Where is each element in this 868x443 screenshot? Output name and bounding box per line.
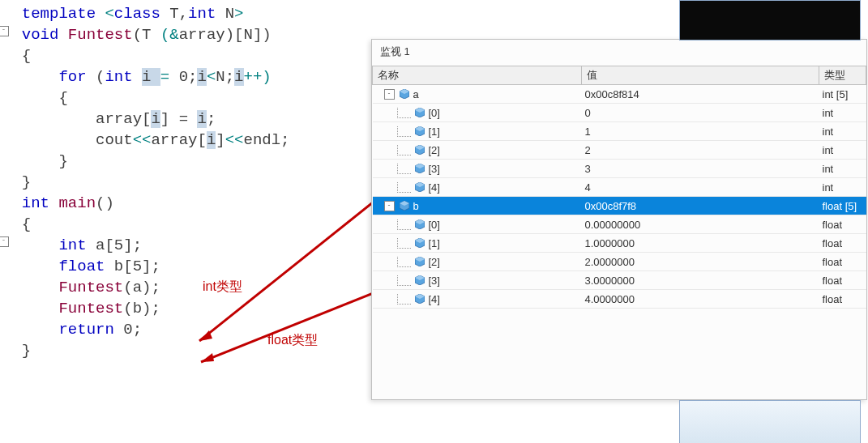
annotation-int: int类型	[203, 279, 242, 296]
watch-row[interactable]: [2]2.0000000float	[373, 253, 866, 271]
var-value[interactable]: 4	[582, 178, 819, 197]
var-type: float	[819, 253, 866, 271]
var-value[interactable]: 0x00c8f814	[582, 85, 819, 104]
code-line[interactable]: template <class T,int N>	[3, 3, 376, 24]
code-line[interactable]: {	[3, 214, 376, 235]
annotation-float: float类型	[267, 332, 318, 349]
var-value[interactable]: 3.0000000	[582, 271, 819, 290]
fold-toggle[interactable]: -	[0, 26, 9, 36]
var-value[interactable]: 1.0000000	[582, 234, 819, 253]
var-type: float	[819, 234, 866, 253]
var-value[interactable]: 0	[582, 104, 819, 122]
var-name: [0]	[429, 107, 440, 119]
code-line[interactable]: for (int i = 0;i<N;i++)	[3, 66, 376, 87]
watch-grid[interactable]: 名称 值 类型 -a0x00c8f814int [5][0]0int[1]1in…	[372, 66, 866, 309]
watch-row[interactable]: [2]2int	[373, 141, 866, 160]
var-value[interactable]: 3	[582, 160, 819, 178]
watch-row[interactable]: [1]1.0000000float	[373, 234, 866, 253]
tree-toggle[interactable]: -	[384, 89, 395, 100]
code-line[interactable]: }	[3, 172, 376, 193]
code-line[interactable]: Funtest(a);	[3, 277, 376, 298]
code-line[interactable]: return 0;	[3, 319, 376, 340]
watch-row[interactable]: [1]1int	[373, 122, 866, 141]
var-value[interactable]: 4.0000000	[582, 290, 819, 309]
col-header-name[interactable]: 名称	[373, 66, 582, 85]
var-type: float	[819, 215, 866, 234]
code-line[interactable]: float b[5];	[3, 256, 376, 277]
var-type: float	[819, 290, 866, 309]
code-line[interactable]: {	[3, 45, 376, 66]
var-name: b	[413, 200, 419, 212]
code-line[interactable]: void Funtest(T (&array)[N])	[3, 24, 376, 45]
var-name: [3]	[429, 275, 440, 287]
var-value[interactable]: 2.0000000	[582, 253, 819, 271]
variable-icon	[400, 89, 409, 99]
var-name: [2]	[429, 256, 440, 268]
code-line[interactable]: Funtest(b);	[3, 298, 376, 319]
fold-toggle[interactable]: -	[0, 236, 9, 247]
code-line[interactable]: int main()	[3, 193, 376, 214]
var-name: [4]	[429, 181, 440, 194]
variable-icon	[415, 294, 425, 304]
watch-row[interactable]: [0]0.00000000float	[373, 215, 866, 234]
var-type: int	[819, 122, 866, 141]
variable-icon	[415, 164, 425, 173]
variable-icon	[415, 108, 425, 117]
variable-icon	[415, 126, 425, 136]
var-value[interactable]: 0x00c8f7f8	[582, 197, 819, 215]
code-line[interactable]: cout<<array[i]<<endl;	[3, 130, 376, 151]
var-value[interactable]: 1	[582, 122, 819, 141]
watch-row[interactable]: -b0x00c8f7f8float [5]	[373, 197, 866, 215]
variable-icon	[415, 219, 425, 229]
code-line[interactable]: }	[3, 151, 376, 172]
code-line[interactable]: {	[3, 87, 376, 109]
code-line[interactable]: array[i] = i;	[3, 109, 376, 130]
variable-icon	[415, 257, 425, 266]
var-type: int	[819, 141, 866, 160]
var-name: [1]	[429, 126, 440, 138]
var-name: [4]	[429, 293, 440, 305]
var-type: float	[819, 271, 866, 290]
variable-icon	[415, 182, 425, 192]
preview-thumbnail[interactable]	[679, 400, 861, 443]
var-type: float [5]	[819, 197, 866, 215]
code-line[interactable]: }	[3, 340, 376, 361]
var-value[interactable]: 0.00000000	[582, 215, 819, 234]
var-type: int	[819, 104, 866, 122]
variable-icon	[415, 238, 425, 248]
code-editor[interactable]: - - template <class T,int N> void Funtes…	[0, 0, 379, 443]
watch-row[interactable]: [4]4int	[373, 178, 866, 197]
watch-row[interactable]: [4]4.0000000float	[373, 290, 866, 309]
variable-icon	[400, 201, 409, 211]
var-name: a	[413, 88, 419, 100]
watch-title: 监视 1	[372, 40, 866, 66]
watch-row[interactable]: [0]0int	[373, 104, 866, 122]
variable-icon	[415, 145, 425, 155]
watch-row[interactable]: [3]3.0000000float	[373, 271, 866, 290]
fold-gutter: - -	[0, 0, 7, 443]
variable-icon	[415, 275, 425, 285]
var-name: [1]	[429, 237, 440, 249]
var-value[interactable]: 2	[582, 141, 819, 160]
watch-row[interactable]: -a0x00c8f814int [5]	[373, 85, 866, 104]
var-name: [3]	[429, 163, 440, 175]
var-name: [0]	[429, 219, 440, 231]
watch-row[interactable]: [3]3int	[373, 160, 866, 178]
var-name: [2]	[429, 144, 440, 156]
col-header-type[interactable]: 类型	[819, 66, 866, 85]
var-type: int	[819, 178, 866, 197]
col-header-value[interactable]: 值	[582, 66, 819, 85]
var-type: int [5]	[819, 85, 866, 104]
preview-thumbnail[interactable]	[679, 0, 861, 40]
watch-window[interactable]: 监视 1 名称 值 类型 -a0x00c8f814int [5][0]0int[…	[371, 39, 867, 400]
tree-toggle[interactable]: -	[384, 201, 395, 211]
code-line[interactable]: int a[5];	[3, 235, 376, 256]
var-type: int	[819, 160, 866, 178]
